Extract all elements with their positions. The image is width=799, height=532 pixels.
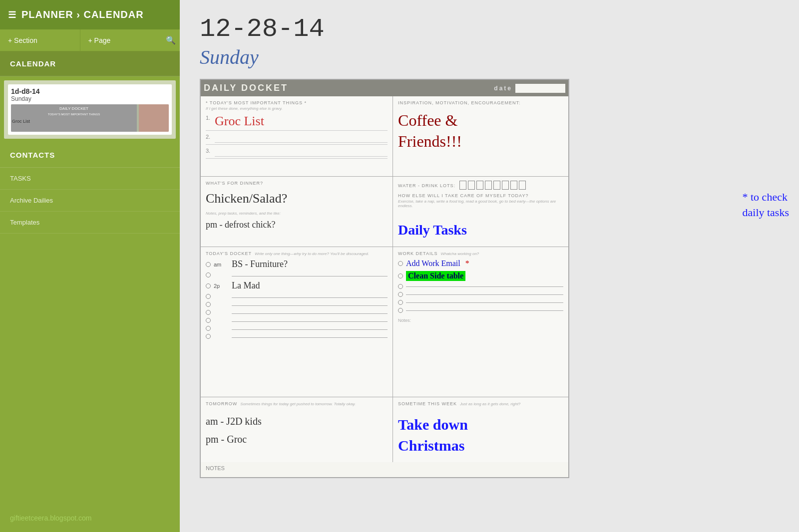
water-box-2[interactable] (468, 181, 475, 190)
slot-empty-5 (206, 318, 388, 323)
daily-docket: DAILY DOCKET date * TODAY'S MOST IMPORTA… (200, 79, 569, 478)
mit-num-2: 2. (206, 134, 213, 140)
page-thumb-item[interactable]: 1d-d8-14 Sunday DAILY DOCKET TODAY'S MOS… (8, 84, 172, 135)
slot-empty-6 (206, 326, 388, 331)
mit-label: * TODAY'S MOST IMPORTANT THINGS * (206, 100, 388, 105)
sidebar-item-templates[interactable]: Templates (0, 212, 180, 234)
page-thumbnail[interactable]: 1d-d8-14 Sunday DAILY DOCKET TODAY'S MOS… (4, 80, 176, 139)
water-label: WATER - DRINK LOTS: (398, 183, 455, 188)
slot-empty-2 (206, 294, 388, 299)
water-box-3[interactable] (476, 181, 483, 190)
todays-docket-label: TODAY'S DOCKET (206, 251, 252, 256)
slot-time-3: 2p (214, 283, 229, 289)
work-sublabel: Whatcha working on? (440, 252, 479, 256)
slot-line-9 (232, 337, 388, 338)
water-box-4[interactable] (485, 181, 492, 190)
sidebar-item-archive[interactable]: Archive Dailies (0, 190, 180, 212)
work-notes-label: Notes: (398, 318, 563, 323)
work-item-3 (398, 284, 563, 289)
work-asterisk-1: * (465, 259, 469, 268)
add-page-button[interactable]: + Page (80, 29, 160, 51)
mit-item-3: 3. (206, 147, 388, 159)
sidebar-actions: + Section + Page 🔍 (0, 29, 180, 51)
sidebar-item-calendar[interactable]: CALENDAR (0, 51, 180, 76)
annotation-text: * to checkdaily tasks (743, 191, 790, 219)
self-care-desc: Exercise, take a nap, write a food log, … (398, 199, 563, 208)
docket-row-4: TOMORROW Sometimes things for today get … (201, 397, 568, 462)
work-text-2: Clean Side table (406, 271, 465, 281)
slot-time-1: am (214, 262, 229, 267)
work-line-3 (406, 286, 563, 287)
tomorrow-header-row: TOMORROW Sometimes things for today get … (206, 401, 388, 409)
mit-list: 1. Groc List 2. 3. (206, 114, 388, 159)
work-circle-4 (398, 292, 403, 297)
inspiration-text: Coffee &Friends!!! (398, 106, 563, 152)
work-header-row: WORK DETAILS Whatcha working on? (398, 251, 563, 259)
slot-line-7 (232, 321, 388, 322)
self-care-cell: WATER - DRINK LOTS: HOW ELSE WILL I TAKE… (393, 177, 568, 247)
slot-circle-9 (206, 334, 211, 339)
search-button[interactable]: 🔍 (160, 29, 180, 51)
work-label: WORK DETAILS (398, 251, 437, 256)
sometime-text: Take downChristmas (398, 409, 563, 456)
slot-empty-1 (206, 272, 388, 277)
sidebar-item-tasks[interactable]: TASKS (0, 168, 180, 190)
slot-line-4 (232, 297, 388, 298)
water-box-5[interactable] (493, 181, 500, 190)
todays-docket-sub: Write only one thing—why try to do more?… (255, 252, 369, 256)
slot-text-1: BS - Furniture? (232, 259, 388, 269)
slot-text-3: La Mad (232, 280, 388, 291)
docket-row-2: WHAT'S FOR DINNER? Chicken/Salad? Notes,… (201, 177, 568, 247)
slot-empty-3 (206, 302, 388, 307)
sometime-label: SOMETIME THIS WEEK (398, 401, 457, 406)
work-item-1: Add Work Email * (398, 259, 563, 268)
dinner-main: Chicken/Salad? (206, 187, 388, 211)
work-line-5 (406, 302, 563, 303)
work-circle-6 (398, 308, 403, 313)
tomorrow-text: am - J2D kidspm - Groc (206, 409, 388, 448)
work-line-6 (406, 310, 563, 311)
sidebar: ☰ PLANNER › CALENDAR + Section + Page 🔍 … (0, 0, 180, 532)
water-row: WATER - DRINK LOTS: (398, 181, 563, 192)
water-box-8[interactable] (519, 181, 526, 190)
dinner-cell: WHAT'S FOR DINNER? Chicken/Salad? Notes,… (201, 177, 393, 247)
blog-link[interactable]: giftieetceera.blogspot.com (0, 504, 180, 532)
sidebar-item-contacts[interactable]: CONTACTS (0, 143, 180, 168)
water-box-1[interactable] (459, 181, 466, 190)
dinner-label: WHAT'S FOR DINNER? (206, 181, 388, 186)
tomorrow-label: TOMORROW (206, 401, 237, 406)
slot-circle-8 (206, 326, 211, 331)
dinner-sublabel: Notes, prep tasks, reminders, and the li… (206, 211, 388, 216)
mit-num-3: 3. (206, 148, 213, 154)
page-day: Sunday (200, 45, 779, 69)
work-text-1: Add Work Email (406, 259, 460, 268)
slot-circle-3 (206, 283, 211, 288)
app-title: PLANNER › CALENDAR (21, 9, 144, 20)
work-circle-2 (398, 273, 403, 278)
work-circle-3 (398, 284, 403, 289)
add-section-button[interactable]: + Section (0, 29, 80, 51)
docket-header: DAILY DOCKET date (201, 80, 568, 96)
todays-docket-cell: TODAY'S DOCKET Write only one thing—why … (201, 247, 393, 397)
thumb-preview-right (139, 104, 169, 132)
sometime-week-cell: SOMETIME THIS WEEK Just as long as it ge… (393, 397, 568, 462)
slot-empty-7 (206, 334, 388, 339)
water-boxes (459, 181, 526, 190)
slot-circle-4 (206, 294, 211, 299)
slot-am: am BS - Furniture? (206, 259, 388, 269)
side-annotation: * to checkdaily tasks (743, 190, 790, 221)
tomorrow-cell: TOMORROW Sometimes things for today get … (201, 397, 393, 462)
mit-item-1: 1. Groc List (206, 114, 388, 131)
mit-sublabel: If I get these done, everything else is … (206, 106, 388, 111)
inspiration-label: INSPIRATION, MOTIVATION, ENCOURAGEMENT: (398, 100, 563, 105)
mit-item-2: 2. (206, 133, 388, 145)
water-box-6[interactable] (502, 181, 509, 190)
docket-header-row: TODAY'S DOCKET Write only one thing—why … (206, 251, 388, 259)
docket-date-box[interactable] (515, 84, 565, 93)
notes-label: NOTES (206, 465, 225, 471)
mit-line-3 (215, 147, 388, 157)
sidebar-header: ☰ PLANNER › CALENDAR (0, 0, 180, 29)
hamburger-icon[interactable]: ☰ (8, 9, 16, 20)
inspiration-cell: INSPIRATION, MOTIVATION, ENCOURAGEMENT: … (393, 96, 568, 176)
water-box-7[interactable] (510, 181, 517, 190)
